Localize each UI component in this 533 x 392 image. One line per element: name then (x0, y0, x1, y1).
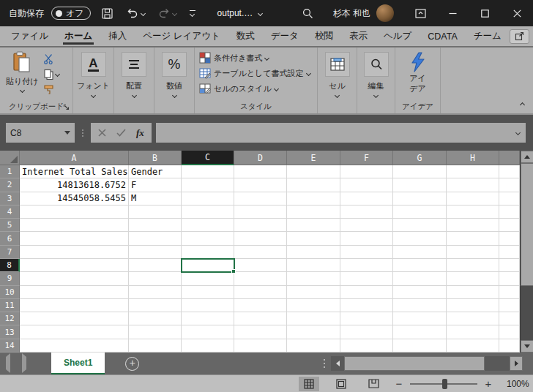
cell-D1[interactable] (234, 165, 287, 178)
column-header-B[interactable]: B (129, 151, 182, 165)
cell-B12[interactable] (129, 312, 182, 325)
cell-G1[interactable] (393, 165, 447, 178)
cell-C10[interactable] (182, 286, 234, 299)
save-button[interactable] (98, 5, 116, 22)
paste-button[interactable]: 貼り付け (6, 51, 39, 96)
column-header-partial[interactable] (499, 151, 520, 165)
cell-G2[interactable] (393, 178, 447, 192)
cell-E8[interactable] (287, 259, 340, 272)
page-break-preview-button[interactable] (363, 377, 384, 391)
row-header-1[interactable]: 1 (0, 165, 20, 178)
cell-A1[interactable]: Internet Total Sales (20, 165, 129, 178)
cell-D4[interactable] (234, 206, 287, 219)
column-header-C[interactable]: C (182, 151, 234, 165)
scroll-left-button[interactable] (331, 356, 344, 371)
close-button[interactable] (501, 0, 533, 26)
zoom-slider-thumb[interactable] (442, 379, 447, 389)
font-group-button[interactable]: A フォント (73, 48, 113, 113)
zoom-level[interactable]: 100% (507, 379, 529, 389)
cell-E3[interactable] (287, 192, 340, 206)
horizontal-scrollbar-thumb[interactable] (344, 356, 485, 371)
cell-B14[interactable] (129, 339, 182, 353)
cell-partial-12[interactable] (499, 312, 520, 325)
row-header-13[interactable]: 13 (0, 325, 20, 339)
cell-C8[interactable] (182, 259, 234, 272)
cell-F4[interactable] (340, 206, 393, 219)
cell-E9[interactable] (287, 272, 340, 285)
cell-B5[interactable] (129, 219, 182, 232)
cell-E1[interactable] (287, 165, 340, 178)
cell-B7[interactable] (129, 246, 182, 259)
cell-E2[interactable] (287, 178, 340, 192)
cell-H3[interactable] (447, 192, 499, 206)
cell-C3[interactable] (182, 192, 234, 206)
user-name[interactable]: 杉本 和也 (333, 7, 370, 20)
cell-D11[interactable] (234, 299, 287, 312)
scroll-down-button[interactable] (521, 340, 533, 353)
ribbon-tab-チーム[interactable]: チーム (466, 26, 510, 46)
cell-H12[interactable] (447, 312, 499, 325)
row-header-10[interactable]: 10 (0, 286, 20, 299)
cell-G12[interactable] (393, 312, 447, 325)
cell-G7[interactable] (393, 246, 447, 259)
ribbon-tab-表示[interactable]: 表示 (341, 26, 376, 46)
formula-bar-expand-icon[interactable] (515, 130, 521, 135)
row-header-12[interactable]: 12 (0, 312, 20, 325)
cell-A9[interactable] (20, 272, 129, 285)
ribbon-tab-データ[interactable]: データ (263, 26, 307, 46)
cell-F8[interactable] (340, 259, 393, 272)
cell-partial-3[interactable] (499, 192, 520, 206)
fill-handle[interactable] (231, 269, 236, 274)
cell-C7[interactable] (182, 246, 234, 259)
cell-G8[interactable] (393, 259, 447, 272)
select-all-button[interactable] (0, 151, 20, 165)
row-header-3[interactable]: 3 (0, 192, 20, 206)
column-header-D[interactable]: D (234, 151, 287, 165)
cell-D14[interactable] (234, 339, 287, 353)
cell-G10[interactable] (393, 286, 447, 299)
scroll-right-button[interactable] (510, 356, 523, 371)
zoom-slider[interactable] (410, 383, 477, 385)
sheet-nav-left-button[interactable] (0, 354, 16, 373)
cell-C2[interactable] (182, 178, 234, 192)
cell-D10[interactable] (234, 286, 287, 299)
cell-H1[interactable] (447, 165, 499, 178)
cell-A12[interactable] (20, 312, 129, 325)
cell-C14[interactable] (182, 339, 234, 353)
cell-C4[interactable] (182, 206, 234, 219)
cell-H10[interactable] (447, 286, 499, 299)
cells-group-button[interactable]: セル (318, 48, 357, 113)
cell-E7[interactable] (287, 246, 340, 259)
minimize-button[interactable] (436, 0, 469, 26)
search-button[interactable] (299, 5, 317, 22)
cell-partial-7[interactable] (499, 246, 520, 259)
cell-A6[interactable] (20, 232, 129, 245)
row-header-2[interactable]: 2 (0, 178, 20, 192)
cut-button[interactable] (43, 53, 59, 65)
cell-H9[interactable] (447, 272, 499, 285)
cell-E13[interactable] (287, 325, 340, 339)
cell-G14[interactable] (393, 339, 447, 353)
format-painter-button[interactable] (43, 83, 59, 96)
cell-partial-10[interactable] (499, 286, 520, 299)
page-layout-view-button[interactable] (331, 377, 351, 391)
maximize-button[interactable] (469, 0, 501, 26)
cell-partial-1[interactable] (499, 165, 520, 178)
cell-A7[interactable] (20, 246, 129, 259)
cell-B3[interactable]: M (129, 192, 182, 206)
cell-partial-9[interactable] (499, 272, 520, 285)
ribbon-tab-CDATA[interactable]: CDATA (420, 26, 466, 46)
cell-C11[interactable] (182, 299, 234, 312)
zoom-in-button[interactable]: + (483, 379, 493, 389)
editing-group-button[interactable]: 編集 (357, 48, 395, 113)
cell-G5[interactable] (393, 219, 447, 232)
ribbon-tab-校閲[interactable]: 校閲 (307, 26, 341, 46)
cell-B11[interactable] (129, 299, 182, 312)
name-box-splitter[interactable] (79, 129, 86, 137)
cell-B13[interactable] (129, 325, 182, 339)
cell-C12[interactable] (182, 312, 234, 325)
number-group-button[interactable]: % 数値 (154, 48, 194, 113)
cell-H2[interactable] (447, 178, 499, 192)
ribbon-tab-ヘルプ[interactable]: ヘルプ (376, 26, 420, 46)
cell-D7[interactable] (234, 246, 287, 259)
